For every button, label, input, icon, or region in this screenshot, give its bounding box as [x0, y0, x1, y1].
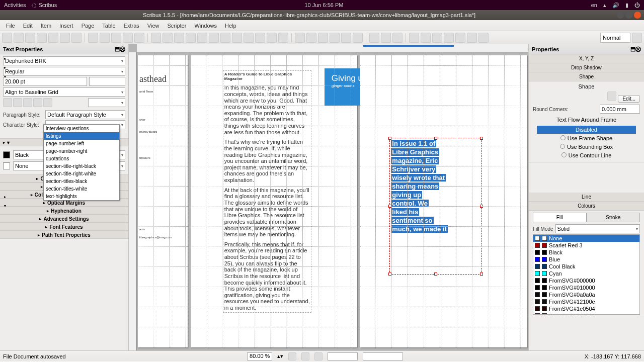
prop-shape[interactable]: Shape	[529, 72, 644, 81]
tb-imageframe[interactable]	[174, 33, 184, 43]
page[interactable]: In issue 1.1 of Libre Graphics magazine,…	[360, 55, 527, 347]
dd-item[interactable]: page-number-left	[44, 140, 119, 147]
menu-item[interactable]: Item	[37, 23, 55, 29]
color-item[interactable]: FromSVG#010000	[533, 284, 639, 291]
maximize-button[interactable]	[625, 12, 632, 19]
dd-item[interactable]: listings	[44, 132, 119, 140]
tb-storyeditor[interactable]	[330, 33, 340, 43]
tab-fill[interactable]: Fill	[533, 213, 587, 222]
text-frame[interactable]: munity Board	[139, 130, 157, 134]
edit-shape-button[interactable]: Edit...	[618, 95, 640, 103]
expander[interactable]: Hyphenation	[0, 207, 128, 215]
menu-view[interactable]: View	[143, 23, 164, 29]
tb-copy[interactable]	[123, 33, 133, 43]
tb-pdf[interactable]	[71, 33, 82, 43]
tb-measure[interactable]	[369, 33, 379, 43]
menu-help[interactable]: Help	[221, 23, 240, 29]
document-canvas[interactable]: asthead orial Team sher munity Board tri…	[129, 44, 528, 350]
zoom-100[interactable]	[301, 352, 309, 360]
tb-table[interactable]	[197, 33, 207, 43]
dd-item[interactable]: section-title-right-white	[44, 170, 119, 177]
dd-item[interactable]: page-number-right	[44, 147, 119, 155]
network-icon[interactable]: ▴	[603, 2, 606, 9]
color-item[interactable]: FromSVG#241914	[533, 312, 639, 315]
tb-close[interactable]	[37, 33, 47, 43]
battery-icon[interactable]: ▮	[625, 2, 628, 9]
flow-boundingbox[interactable]: Use Bounding Box	[537, 143, 636, 151]
tb-eyedropper[interactable]	[392, 33, 403, 43]
color-item[interactable]: Black	[533, 249, 639, 256]
tb-link[interactable]	[341, 33, 351, 43]
color-item[interactable]: Cool Black	[533, 263, 639, 270]
linespacing[interactable]	[89, 77, 125, 86]
color-item[interactable]: FromSVG#000000	[533, 277, 639, 284]
ruler-horizontal[interactable]	[137, 44, 528, 52]
tb-calligraphic[interactable]	[278, 33, 288, 43]
font-style[interactable]: Regular	[3, 67, 125, 76]
menu-page[interactable]: Page	[77, 23, 99, 29]
tb-rotate[interactable]	[295, 33, 305, 43]
direction[interactable]	[88, 98, 126, 107]
text-frame[interactable]: asthead	[139, 73, 187, 85]
align-right[interactable]	[23, 98, 32, 107]
tab-stroke[interactable]: Stroke	[587, 213, 640, 222]
dd-item[interactable]: text-highlights	[44, 193, 119, 200]
page-input[interactable]	[328, 352, 358, 360]
dd-item[interactable]: quotations	[44, 155, 119, 162]
panel-close-icon[interactable]: ⨂	[120, 46, 125, 52]
tb-pdf-link[interactable]	[478, 33, 489, 43]
color-item[interactable]: Cyan	[533, 270, 639, 277]
parastyle-dropdown[interactable]: interview-questions listings page-number…	[43, 124, 120, 201]
ruler-vertical[interactable]	[129, 52, 137, 350]
menu-scripter[interactable]: Scripter	[163, 23, 190, 29]
tb-renderframe[interactable]	[186, 33, 196, 43]
tb-pdf-check[interactable]	[432, 33, 442, 43]
page[interactable]: A Reader's Guide to Libre Graphics Magaz…	[191, 55, 358, 347]
close-button[interactable]	[634, 12, 641, 19]
prop-xyz[interactable]: X, Y, Z	[529, 54, 644, 63]
align-left[interactable]	[3, 98, 12, 107]
tb-freehand[interactable]	[267, 33, 277, 43]
tb-pdf-combo[interactable]	[444, 33, 454, 43]
flow-frameshape[interactable]: Use Frame Shape	[537, 134, 636, 142]
align-center[interactable]	[13, 98, 22, 107]
tb-line[interactable]	[244, 33, 254, 43]
linespacing-mode[interactable]: Align to Baseline Grid	[3, 87, 125, 97]
color-item[interactable]: Scarlet Red 3	[533, 242, 639, 249]
tb-shape[interactable]	[209, 33, 219, 43]
tb-bezier[interactable]	[255, 33, 265, 43]
tb-arc[interactable]	[220, 33, 230, 43]
tb-polygon[interactable]	[232, 33, 242, 43]
menu-windows[interactable]: Windows	[190, 23, 221, 29]
menu-extras[interactable]: Extras	[120, 23, 143, 29]
flow-contourline[interactable]: Use Contour Line	[537, 151, 636, 159]
flow-disabled[interactable]: Disabled	[537, 126, 636, 134]
prop-colours[interactable]: Colours	[529, 202, 644, 211]
text-frame[interactable]: orial Team	[139, 89, 154, 94]
tb-paste[interactable]	[134, 33, 144, 43]
dd-item[interactable]: section-titles-black	[44, 177, 119, 185]
dd-item[interactable]: interview-questions	[44, 125, 119, 132]
tb-edit-contents[interactable]	[318, 33, 328, 43]
align-justify[interactable]	[33, 98, 42, 107]
color-item[interactable]: FromSVG#0a0a0a	[533, 291, 639, 298]
align-force[interactable]	[43, 98, 52, 107]
tb-zoom[interactable]	[306, 33, 316, 43]
menu-insert[interactable]: Insert	[55, 23, 77, 29]
expander[interactable]: Path Text Properties	[0, 231, 128, 239]
color-item[interactable]: FromSVG#1e0504	[533, 305, 639, 312]
activities[interactable]: Activities	[4, 2, 26, 8]
tb-copyprops[interactable]	[381, 33, 391, 43]
color-item[interactable]: FromSVG#12100e	[533, 298, 639, 305]
tb-save[interactable]	[25, 33, 35, 43]
clock[interactable]: 10 Jun 6:56 PM	[57, 2, 591, 8]
tb-pdf-annot[interactable]	[467, 33, 477, 43]
menu-table[interactable]: Table	[98, 23, 119, 29]
font-size[interactable]: 20.00 pt	[3, 77, 87, 86]
layer-input[interactable]	[363, 352, 403, 360]
text-frame[interactable]: libregraphics@mag.com	[139, 235, 173, 240]
tb-new[interactable]	[2, 33, 12, 43]
menu-edit[interactable]: Edit	[19, 23, 37, 29]
zoom-out[interactable]	[288, 352, 296, 360]
prop-dropshadow[interactable]: Drop Shadow	[529, 63, 644, 72]
